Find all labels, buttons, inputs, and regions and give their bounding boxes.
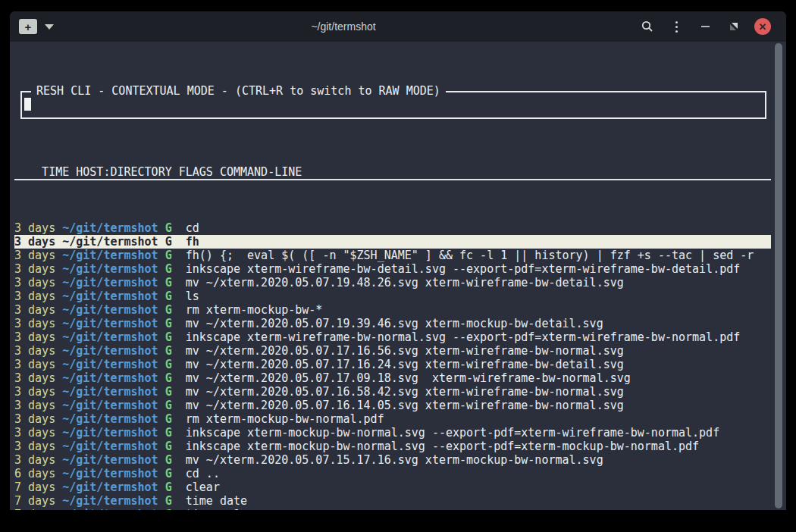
close-button[interactable]: ✕ bbox=[748, 15, 777, 38]
history-row[interactable]: 3 days ~/git/termshot G fh bbox=[14, 235, 771, 249]
row-command: mv ~/xterm.2020.05.07.15.17.16.svg xterm… bbox=[186, 453, 603, 467]
search-icon[interactable] bbox=[633, 15, 662, 38]
scrollbar[interactable] bbox=[772, 43, 785, 509]
restore-window-icon[interactable] bbox=[719, 15, 748, 38]
menu-kebab-icon[interactable] bbox=[662, 15, 691, 38]
search-input[interactable]: RESH CLI - CONTEXTUAL MODE - (CTRL+R to … bbox=[20, 91, 766, 119]
history-row[interactable]: 3 days ~/git/termshot G fh() {; eval $( … bbox=[14, 249, 771, 262]
history-row[interactable]: 3 days ~/git/termshot G inkscape xterm-m… bbox=[14, 440, 771, 453]
row-flags: G bbox=[165, 371, 172, 385]
row-flags: G bbox=[165, 289, 172, 303]
row-time: 3 days bbox=[14, 453, 55, 467]
titlebar: + ~/git/termshot bbox=[10, 11, 786, 42]
scrollbar-thumb[interactable] bbox=[775, 43, 782, 509]
row-time: 3 days bbox=[14, 289, 55, 303]
row-command: mv ~/xterm.2020.05.07.17.16.56.svg xterm… bbox=[186, 344, 624, 358]
text-cursor bbox=[24, 98, 31, 111]
minimize-icon[interactable] bbox=[691, 15, 719, 38]
row-directory: ~/git/termshot bbox=[62, 494, 158, 508]
row-time: 3 days bbox=[14, 358, 55, 371]
window-title: ~/git/termshot bbox=[54, 20, 633, 33]
history-row[interactable]: 3 days ~/git/termshot G mv ~/xterm.2020.… bbox=[14, 276, 771, 289]
row-command: mv ~/xterm.2020.05.07.16.14.05.svg xterm… bbox=[186, 399, 624, 412]
row-flags: G bbox=[165, 276, 172, 289]
row-time: 7 days bbox=[14, 480, 55, 494]
row-directory: ~/git/termshot bbox=[62, 249, 158, 262]
row-directory: ~/git/termshot bbox=[62, 508, 158, 510]
row-time: 7 days bbox=[14, 508, 55, 510]
history-row[interactable]: 3 days ~/git/termshot G mv ~/xterm.2020.… bbox=[14, 358, 771, 371]
row-flags: G bbox=[165, 330, 172, 344]
close-icon: ✕ bbox=[759, 22, 767, 32]
row-directory: ~/git/termshot bbox=[62, 358, 158, 371]
row-command: time x=1 bbox=[186, 508, 240, 510]
row-time: 3 days bbox=[14, 426, 55, 440]
row-directory: ~/git/termshot bbox=[62, 371, 158, 385]
history-row[interactable]: 6 days ~/git/termshot G cd .. bbox=[14, 467, 771, 480]
row-command: cd bbox=[186, 221, 199, 235]
row-flags: G bbox=[165, 344, 172, 358]
history-row[interactable]: 3 days ~/git/termshot G inkscape xterm-w… bbox=[14, 262, 771, 276]
history-row[interactable]: 3 days ~/git/termshot G mv ~/xterm.2020.… bbox=[14, 385, 771, 399]
row-directory: ~/git/termshot bbox=[62, 289, 158, 303]
row-flags: G bbox=[165, 467, 172, 480]
row-time: 3 days bbox=[14, 371, 55, 385]
row-flags: G bbox=[165, 480, 172, 494]
row-time: 3 days bbox=[14, 317, 55, 330]
row-command: ls bbox=[186, 289, 199, 303]
row-time: 3 days bbox=[14, 303, 55, 317]
row-time: 6 days bbox=[14, 467, 55, 480]
history-row[interactable]: 3 days ~/git/termshot G mv ~/xterm.2020.… bbox=[14, 317, 771, 330]
row-directory: ~/git/termshot bbox=[62, 426, 158, 440]
history-row[interactable]: 7 days ~/git/termshot G time x=1 bbox=[14, 508, 771, 510]
history-row[interactable]: 3 days ~/git/termshot G mv ~/xterm.2020.… bbox=[14, 344, 771, 358]
terminal-content: RESH CLI - CONTEXTUAL MODE - (CTRL+R to … bbox=[10, 42, 786, 510]
row-flags: G bbox=[165, 426, 172, 440]
row-time: 3 days bbox=[14, 440, 55, 453]
history-row[interactable]: 7 days ~/git/termshot G time date bbox=[14, 494, 771, 508]
history-row[interactable]: 3 days ~/git/termshot G cd bbox=[14, 221, 771, 235]
row-time: 3 days bbox=[14, 262, 55, 276]
row-flags: G bbox=[165, 440, 172, 453]
row-directory: ~/git/termshot bbox=[62, 412, 158, 426]
history-row[interactable]: 3 days ~/git/termshot G mv ~/xterm.2020.… bbox=[14, 453, 771, 467]
row-flags: G bbox=[165, 235, 172, 249]
history-row[interactable]: 3 days ~/git/termshot G mv ~/xterm.2020.… bbox=[14, 371, 771, 385]
row-directory: ~/git/termshot bbox=[62, 276, 158, 289]
row-command: mv ~/xterm.2020.05.07.19.39.46.svg xterm… bbox=[186, 317, 603, 330]
row-command: clear bbox=[186, 480, 220, 494]
row-time: 3 days bbox=[14, 412, 55, 426]
row-time: 3 days bbox=[14, 330, 55, 344]
row-command: fh() {; eval $( ([ -n "$ZSH_NAME" ] && f… bbox=[186, 249, 754, 262]
history-row[interactable]: 3 days ~/git/termshot G inkscape xterm-m… bbox=[14, 426, 771, 440]
row-command: inkscape xterm-wireframe-bw-detail.svg -… bbox=[186, 262, 741, 276]
row-flags: G bbox=[165, 249, 172, 262]
history-row[interactable]: 3 days ~/git/termshot G rm xterm-mockup-… bbox=[14, 412, 771, 426]
row-command: mv ~/xterm.2020.05.07.17.16.24.svg xterm… bbox=[186, 358, 624, 371]
row-command: rm xterm-mockup-bw-normal.pdf bbox=[186, 412, 384, 426]
row-flags: G bbox=[165, 399, 172, 412]
history-row[interactable]: 3 days ~/git/termshot G rm xterm-mockup-… bbox=[14, 303, 771, 317]
row-time: 3 days bbox=[14, 399, 55, 412]
new-tab-icon[interactable]: + bbox=[19, 19, 37, 34]
row-flags: G bbox=[165, 303, 172, 317]
history-table-header: TIME HOST:DIRECTORY FLAGS COMMAND-LINE bbox=[14, 165, 771, 180]
row-command: rm xterm-mockup-bw-* bbox=[186, 303, 323, 317]
history-row[interactable]: 7 days ~/git/termshot G clear bbox=[14, 480, 771, 494]
row-flags: G bbox=[165, 385, 172, 399]
row-directory: ~/git/termshot bbox=[62, 317, 158, 330]
row-command: cd .. bbox=[186, 467, 220, 480]
row-flags: G bbox=[165, 221, 172, 235]
row-time: 3 days bbox=[14, 221, 55, 235]
tab-dropdown-caret-icon[interactable] bbox=[45, 24, 54, 30]
row-directory: ~/git/termshot bbox=[62, 467, 158, 480]
row-directory: ~/git/termshot bbox=[62, 330, 158, 344]
terminal-window: + ~/git/termshot bbox=[10, 11, 786, 510]
history-rows: 3 days ~/git/termshot G cd3 days ~/git/t… bbox=[14, 221, 771, 510]
history-row[interactable]: 3 days ~/git/termshot G ls bbox=[14, 289, 771, 303]
history-row[interactable]: 3 days ~/git/termshot G inkscape xterm-w… bbox=[14, 330, 771, 344]
row-directory: ~/git/termshot bbox=[62, 453, 158, 467]
row-directory: ~/git/termshot bbox=[62, 440, 158, 453]
history-row[interactable]: 3 days ~/git/termshot G mv ~/xterm.2020.… bbox=[14, 399, 771, 412]
row-flags: G bbox=[165, 262, 172, 276]
